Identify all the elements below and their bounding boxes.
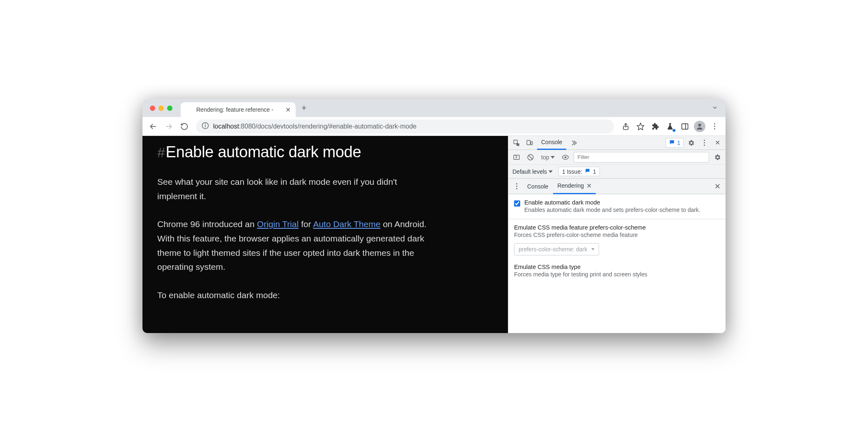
profile-avatar[interactable] [693, 119, 707, 133]
setting-title: Enable automatic dark mode [524, 199, 700, 206]
setting-description: Forces media type for testing print and … [514, 271, 720, 278]
inspect-element-icon[interactable] [511, 137, 522, 149]
issues-icon [585, 168, 590, 175]
chrome-favicon [186, 106, 193, 113]
svg-rect-7 [682, 124, 688, 129]
more-tabs-icon[interactable] [568, 137, 579, 149]
chrome-menu-button[interactable] [707, 119, 721, 133]
drawer-tab-console[interactable]: Console [523, 179, 552, 194]
address-bar[interactable]: localhost:8080/docs/devtools/rendering/#… [196, 119, 614, 133]
svg-point-9 [698, 124, 701, 126]
experiments-flask-icon[interactable] [663, 119, 677, 133]
issues-icon [669, 139, 675, 147]
enable-auto-dark-mode-checkbox[interactable] [514, 200, 520, 207]
setting-title: Emulate CSS media type [514, 264, 720, 270]
close-rendering-tab-button[interactable]: ✕ [586, 182, 592, 190]
tab-strip: Rendering: feature reference - ✕ + [142, 99, 726, 117]
devtools-drawer-tabs: Console Rendering ✕ ✕ [508, 179, 726, 194]
setting-enable-auto-dark-mode: Enable automatic dark mode Enables autom… [508, 194, 726, 219]
live-expression-icon[interactable] [560, 152, 571, 163]
devtools-settings-icon[interactable] [685, 137, 697, 149]
close-window-button[interactable] [150, 106, 155, 111]
console-settings-icon[interactable] [712, 152, 723, 163]
issues-count: 1 [677, 140, 680, 146]
side-panel-icon[interactable] [678, 119, 692, 133]
svg-point-4 [205, 124, 206, 124]
devtools-close-button[interactable]: ✕ [712, 137, 723, 149]
extensions-icon[interactable] [648, 119, 662, 133]
link-auto-dark-theme[interactable]: Auto Dark Theme [313, 219, 380, 229]
context-selector[interactable]: top [539, 154, 557, 161]
reload-button[interactable] [178, 120, 191, 133]
browser-window: Rendering: feature reference - ✕ + local… [142, 99, 726, 333]
back-button[interactable] [147, 120, 160, 133]
close-tab-button[interactable]: ✕ [285, 106, 291, 114]
svg-point-16 [565, 156, 567, 158]
setting-emulate-media-type: Emulate CSS media type Forces media type… [508, 261, 726, 283]
setting-description: Enables automatic dark mode and sets pre… [524, 207, 700, 213]
page-paragraph: Chrome 96 introduced an Origin Trial for… [157, 217, 436, 274]
log-levels-selector[interactable]: Default levels [512, 168, 553, 175]
chevron-down-icon [549, 170, 553, 173]
hash-anchor-icon[interactable]: # [157, 145, 165, 160]
browser-toolbar: localhost:8080/docs/devtools/rendering/#… [142, 117, 726, 136]
console-filter-input[interactable] [574, 152, 709, 163]
svg-rect-12 [531, 142, 533, 145]
devtools-menu-icon[interactable] [698, 137, 710, 149]
minimize-window-button[interactable] [158, 106, 164, 111]
devtools-panel: Console 1 ✕ [508, 136, 726, 333]
page-paragraph: To enable automatic dark mode: [157, 288, 436, 303]
setting-description: Forces CSS prefers-color-scheme media fe… [514, 232, 720, 238]
prefers-color-scheme-select[interactable]: prefers-color-scheme: dark [514, 243, 599, 255]
page-paragraph: See what your site can look like in dark… [157, 175, 436, 203]
svg-line-15 [529, 155, 533, 159]
link-origin-trial[interactable]: Origin Trial [257, 219, 299, 229]
console-sidebar-toggle-icon[interactable] [511, 152, 522, 163]
console-levels-bar: Default levels 1 Issue: 1 [508, 165, 726, 179]
svg-rect-11 [527, 140, 530, 145]
device-toolbar-icon[interactable] [524, 137, 535, 149]
rendering-panel-body: Enable automatic dark mode Enables autom… [508, 194, 726, 333]
browser-tab[interactable]: Rendering: feature reference - ✕ [181, 102, 296, 117]
drawer-menu-icon[interactable] [511, 181, 522, 192]
toolbar-actions [619, 119, 721, 133]
clear-console-icon[interactable] [525, 152, 536, 163]
page-heading: #Enable automatic dark mode [157, 143, 493, 161]
bookmark-star-icon[interactable] [634, 119, 648, 133]
content-area: #Enable automatic dark mode See what you… [142, 136, 726, 333]
share-icon[interactable] [619, 119, 633, 133]
console-control-bar: top [508, 150, 726, 165]
experiments-indicator-dot [673, 129, 675, 132]
drawer-close-button[interactable]: ✕ [714, 182, 721, 191]
console-tab[interactable]: Console [537, 136, 566, 150]
issues-badge[interactable]: 1 [666, 138, 684, 148]
setting-emulate-prefers-color-scheme: Emulate CSS media feature prefers-color-… [508, 219, 726, 261]
site-info-icon[interactable] [202, 122, 209, 131]
chevron-down-icon [551, 156, 555, 159]
fullscreen-window-button[interactable] [167, 106, 172, 111]
svg-marker-6 [637, 123, 644, 130]
setting-title: Emulate CSS media feature prefers-color-… [514, 224, 720, 231]
page-viewport: #Enable automatic dark mode See what you… [142, 136, 508, 333]
issues-chip[interactable]: 1 Issue: 1 [558, 167, 600, 176]
devtools-main-tabs: Console 1 ✕ [508, 136, 726, 150]
traffic-lights [150, 106, 172, 111]
tabs-dropdown-button[interactable] [712, 104, 718, 112]
tab-title: Rendering: feature reference - [196, 106, 282, 113]
drawer-tab-rendering[interactable]: Rendering ✕ [553, 179, 596, 194]
forward-button[interactable] [162, 120, 175, 133]
new-tab-button[interactable]: + [301, 103, 307, 113]
url-text: localhost:8080/docs/devtools/rendering/#… [213, 123, 416, 130]
